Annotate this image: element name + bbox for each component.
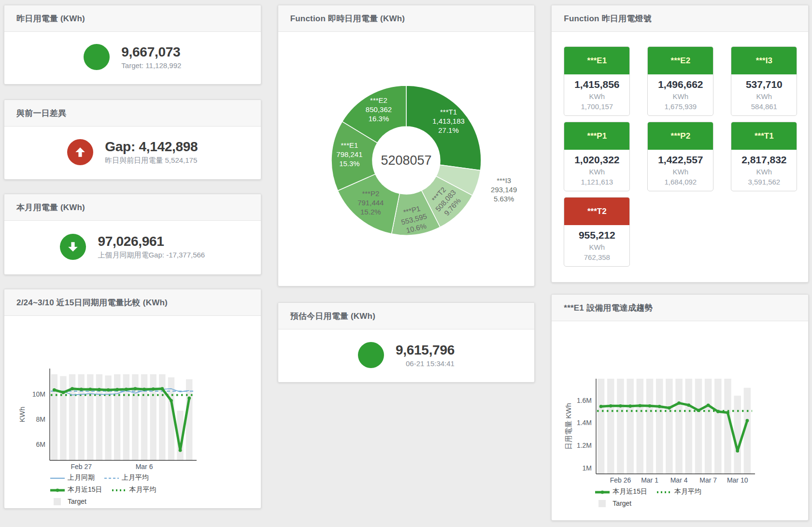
legend-label: 本月近15日	[68, 485, 102, 494]
target-bar	[734, 396, 741, 474]
tile-name: ***E2	[648, 47, 713, 74]
target-bar	[627, 379, 634, 474]
donut-chart: ***T11,413,18327.1%***I3293,1495.63%***T…	[280, 44, 533, 271]
data-point	[716, 410, 720, 413]
target-bar	[150, 374, 156, 460]
target-bar	[666, 379, 673, 474]
panel-title: ***E1 設備用電達成趨勢	[564, 302, 653, 313]
tile-target: 3,591,562	[732, 178, 796, 186]
dashboard: 昨日用電量 (KWh) 9,667,073 Target: 11,128,992…	[4, 5, 809, 521]
y-tick-label: 1.4M	[577, 419, 592, 427]
status-tile: ***T2955,212KWh762,358	[564, 197, 630, 267]
tile-target: 762,358	[565, 253, 628, 261]
y-axis-label: KWh	[18, 407, 26, 423]
legend-label: 上月同期	[68, 473, 95, 482]
target-bar	[646, 379, 654, 474]
compare-line-chart: 6M8M10MKWhFeb 27Mar 6	[4, 316, 261, 471]
panel-yesterday-usage: 昨日用電量 (KWh) 9,667,073 Target: 11,128,992	[4, 5, 261, 85]
data-point	[53, 388, 56, 392]
legend-swatch-thick-icon	[50, 486, 65, 494]
status-tile: ***T12,817,832KWh3,591,562	[731, 122, 797, 191]
tile-name: ***P1	[564, 122, 629, 150]
tile-value: 2,817,832	[732, 154, 796, 166]
panel-title: 本月用電量 (KWh)	[16, 202, 85, 213]
panel-header: 昨日用電量 (KWh)	[4, 5, 261, 32]
legend-swatch-dashed-icon	[104, 474, 119, 482]
status-tile: ***I3537,710KWh584,861	[731, 46, 797, 116]
data-point	[619, 404, 622, 408]
down-arrow-icon	[60, 234, 86, 260]
stat-value: Gap: 4,142,898	[105, 139, 198, 155]
stat-value: 9,667,073	[121, 44, 181, 60]
data-point	[697, 409, 700, 412]
status-tile: ***E21,496,662KWh1,675,939	[647, 46, 713, 116]
column-right: Function 昨日用電燈號 ***E11,415,856KWh1,700,1…	[551, 5, 809, 521]
legend-label: 上月平均	[122, 473, 149, 482]
data-point	[599, 405, 603, 408]
x-tick-label: Mar 7	[700, 476, 717, 484]
tile-unit: KWh	[732, 92, 796, 100]
tile-unit: KWh	[565, 243, 628, 251]
legend-label: 本月平均	[674, 487, 701, 496]
target-bar	[617, 379, 625, 474]
y-axis-label: 日用電量 KWh	[564, 403, 572, 450]
legend-item: 本月平均	[657, 487, 701, 496]
up-arrow-icon	[67, 139, 93, 165]
target-bar	[114, 374, 120, 460]
data-point	[746, 419, 749, 422]
panel-today-estimate: 預估今日用電量 (KWh) 9,615,796 06-21 15:34:41	[278, 302, 535, 383]
y-tick-label: 1.2M	[577, 442, 592, 449]
legend-label: 本月近15日	[613, 487, 647, 496]
y-tick-label: 10M	[32, 390, 45, 398]
tile-target: 1,675,939	[649, 102, 712, 111]
tile-unit: KWh	[565, 92, 628, 100]
panel-header: 預估今日用電量 (KWh)	[278, 303, 535, 329]
tile-target: 1,684,092	[649, 178, 712, 186]
status-tile: ***P21,422,557KWh1,684,092	[647, 122, 713, 191]
compare-chart-svg: 6M8M10MKWhFeb 27Mar 6	[4, 316, 260, 471]
panel-header: 與前一日差異	[4, 100, 261, 127]
compare-chart-legend: 上月同期上月平均本月近15日本月平均Target	[50, 473, 171, 505]
status-tile: ***E11,415,856KWh1,700,157	[564, 46, 630, 116]
legend-label: Target	[613, 499, 631, 507]
tile-target: 1,700,157	[565, 102, 628, 111]
panel-title: 昨日用電量 (KWh)	[16, 13, 85, 24]
data-point	[142, 388, 146, 391]
panel-yesterday-lights: Function 昨日用電燈號 ***E11,415,856KWh1,700,1…	[551, 5, 809, 283]
legend-item: Target	[50, 498, 86, 505]
donut-slice-label: ***I3293,1495.63%	[491, 176, 517, 203]
panel-header: 本月用電量 (KWh)	[4, 194, 261, 221]
legend-swatch-dotted-icon	[657, 488, 671, 496]
panel-header: Function 即時日用電量 (KWh)	[278, 5, 535, 32]
target-bar	[78, 374, 84, 460]
data-point	[639, 404, 642, 407]
target-bar	[598, 379, 605, 474]
panel-title: 2/24~3/10 近15日同期用電量比較 (KWh)	[16, 297, 168, 308]
status-tile: ***P11,020,322KWh1,121,613	[564, 122, 630, 191]
tile-name: ***T1	[731, 122, 797, 150]
donut-center-total: 5208057	[381, 153, 431, 168]
tile-value: 1,415,856	[565, 79, 628, 90]
stat-value: 97,026,961	[98, 234, 205, 249]
target-bar	[607, 379, 614, 474]
data-point	[179, 449, 182, 452]
panel-day-gap: 與前一日差異 Gap: 4,142,898 昨日與前日用電量 5,524,175	[4, 100, 261, 180]
data-point	[687, 403, 691, 407]
tile-name: ***T2	[564, 198, 629, 225]
stat-subtitle: 06-21 15:34:41	[406, 359, 455, 368]
tile-value: 1,020,322	[565, 154, 628, 166]
tile-value: 1,422,557	[649, 154, 712, 166]
target-bar	[656, 379, 663, 474]
status-circle-icon	[358, 342, 384, 368]
target-bar	[676, 379, 683, 474]
tile-name: ***I3	[731, 47, 797, 74]
status-tiles-grid: ***E11,415,856KWh1,700,157***E21,496,662…	[552, 32, 808, 267]
y-tick-label: 6M	[36, 441, 45, 448]
x-tick-label: Feb 26	[610, 476, 631, 484]
legend-swatch-dotted-icon	[112, 486, 127, 494]
panel-title: Function 昨日用電燈號	[564, 13, 651, 24]
legend-swatch-thin-icon	[50, 474, 65, 482]
legend-item: 上月平均	[104, 473, 149, 482]
tile-name: ***P2	[648, 122, 713, 150]
data-point	[736, 449, 740, 453]
